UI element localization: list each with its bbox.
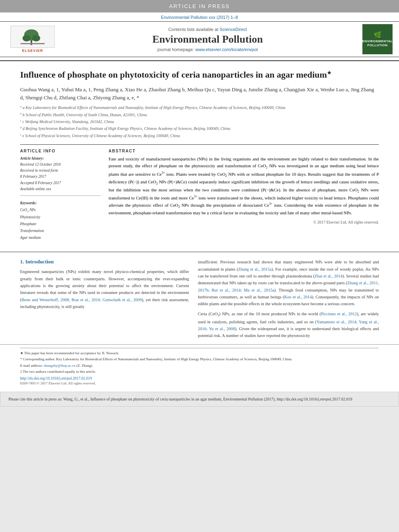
issn-line: 0269-7491/© 2017 Elsevier Ltd. All right… bbox=[20, 381, 379, 385]
affil-c: c c Weifang Medical University, Shandong… bbox=[20, 119, 379, 125]
journal-citation: Environmental Pollution xxx (2017) 1–8 bbox=[161, 15, 238, 20]
ref-piccinno2012[interactable]: Piccinno et al., 2012 bbox=[321, 312, 357, 316]
ref-benn[interactable]: Benn and Westerhoff, 2008; Brar et al., … bbox=[22, 298, 142, 302]
ref-yamamoto2014[interactable]: Yamamoto et al., 2014; Yang et al., 2016… bbox=[198, 320, 379, 331]
body-right-col: insufficient. Previous research had show… bbox=[198, 259, 379, 342]
elsevier-brand-text: ELSEVIER bbox=[22, 49, 43, 53]
ep-logo-area: 🌿 ENVIRONMENTAL POLLUTION bbox=[356, 24, 393, 54]
sciencedirect-label: Contents lists available at bbox=[168, 27, 218, 32]
banner-text: ARTICLE IN PRESS bbox=[169, 3, 230, 9]
info-abstract-columns: ARTICLE INFO Article history: Received 1… bbox=[20, 144, 379, 241]
ep-logo-title: ENVIRONMENTAL POLLUTION bbox=[362, 39, 393, 47]
ep-logo: 🌿 ENVIRONMENTAL POLLUTION bbox=[362, 24, 393, 54]
affil-b: b b School of Public Health, University … bbox=[20, 112, 379, 118]
section-divider bbox=[0, 252, 399, 252]
abstract-text: Fate and toxicity of manufactured nanopa… bbox=[109, 156, 379, 217]
doi-link[interactable]: http://dx.doi.org/10.1016/j.envpol.2017.… bbox=[20, 376, 92, 380]
accepted-date: Accepted 8 February 2017 bbox=[20, 180, 101, 186]
keyword-ceO2: CeO2 NPs bbox=[20, 207, 101, 214]
intro-section-title: 1. Introduction bbox=[20, 259, 189, 265]
authors-line: Guohua Wang a, 1, Yuhui Ma a, 1, Peng Zh… bbox=[20, 86, 379, 103]
article-history: Article history: Received 12 October 201… bbox=[20, 156, 101, 196]
intro-right-para2: Ceria (CeO2) NPs, as one of the 10 most … bbox=[198, 310, 379, 339]
revised-date: 8 February 2017 bbox=[20, 174, 101, 180]
keyword-phytotoxicity: Phytotoxicity bbox=[20, 214, 101, 221]
keywords-section: Keywords: CeO2 NPs Phytotoxicity Phospha… bbox=[20, 200, 101, 241]
keywords-label: Keywords: bbox=[20, 200, 101, 207]
ref-zhang2011[interactable]: Zhang et al., 2011, 2017b; Rui et al., 2… bbox=[198, 281, 379, 292]
keyword-phosphate: Phosphate bbox=[20, 221, 101, 228]
homepage-label: journal homepage: bbox=[157, 47, 194, 52]
affiliations: a a Key Laboratory for Biomedical Effect… bbox=[20, 105, 379, 139]
received-date: Received 12 October 2016 bbox=[20, 162, 101, 168]
svg-rect-4 bbox=[21, 43, 45, 44]
affil-e: e e School of Physical Sciences, Univers… bbox=[20, 133, 379, 139]
ref-koo2014[interactable]: Koo et al., 2014 bbox=[284, 295, 312, 299]
keyword-agar: Agar medium bbox=[20, 234, 101, 241]
svg-point-3 bbox=[32, 35, 40, 41]
homepage-link[interactable]: www.elsevier.com/locate/envpol bbox=[195, 47, 257, 52]
journal-title: Environmental Pollution bbox=[59, 33, 356, 45]
email-footnote: E-mail address: zhangzhy@ihep.ac.cn (Z. … bbox=[20, 363, 379, 369]
email-link[interactable]: zhangzhy@ihep.ac.cn bbox=[43, 364, 75, 368]
intro-right-para1: insufficient. Previous research had show… bbox=[198, 259, 379, 307]
abstract-label: ABSTRACT bbox=[109, 149, 379, 153]
equal-footnote: 1 The two authors contributed equally to… bbox=[20, 369, 379, 375]
body-left-col: 1. Introduction Engineered nanoparticles… bbox=[20, 259, 189, 342]
article-info-col: ARTICLE INFO Article history: Received 1… bbox=[20, 149, 101, 241]
doi-line[interactable]: http://dx.doi.org/10.1016/j.envpol.2017.… bbox=[20, 376, 379, 380]
online-date: Available online xxx bbox=[20, 186, 101, 192]
elsevier-tree-icon bbox=[12, 27, 53, 47]
star-footnote: ★ This paper has been recommended for ac… bbox=[20, 351, 379, 356]
affil-a: a a Key Laboratory for Biomedical Effect… bbox=[20, 105, 379, 111]
corresponding-footnote: * Corresponding author. Key Laboratory f… bbox=[20, 357, 379, 362]
article-info-label: ARTICLE INFO bbox=[20, 149, 101, 153]
elsevier-logo: ELSEVIER bbox=[6, 26, 59, 53]
ref-zhang2015a[interactable]: Zhang et al., 2015a bbox=[238, 267, 271, 271]
citation-banner-text: Please cite this article in press as: Wa… bbox=[8, 397, 352, 401]
body-columns: 1. Introduction Engineered nanoparticles… bbox=[0, 259, 399, 342]
intro-left-para1: Engineered nanoparticles (NPs) exhibit m… bbox=[20, 268, 189, 310]
article-title: Influence of phosphate on phytotoxicity … bbox=[20, 69, 379, 81]
affil-d: d d Beijing Synchrotron Radiation Facili… bbox=[20, 125, 379, 131]
footnotes-section: ★ This paper has been recommended for ac… bbox=[0, 344, 399, 388]
keyword-transformation: Transformation bbox=[20, 228, 101, 234]
sciencedirect-link[interactable]: ScienceDirect bbox=[220, 27, 247, 32]
svg-point-2 bbox=[23, 35, 31, 41]
journal-title-area: Contents lists available at ScienceDirec… bbox=[59, 27, 356, 52]
article-in-press-banner: ARTICLE IN PRESS bbox=[0, 0, 399, 12]
ref-zhai2014[interactable]: Zhai et al., 2014 bbox=[315, 274, 342, 278]
article-title-area: Influence of phosphate on phytotoxicity … bbox=[0, 61, 399, 245]
citation-banner: Please cite this article in press as: Wa… bbox=[0, 392, 399, 407]
history-label: Article history: bbox=[20, 156, 101, 162]
abstract-col: ABSTRACT Fate and toxicity of manufactur… bbox=[109, 149, 379, 241]
copyright-line: © 2017 Elsevier Ltd. All rights reserved… bbox=[109, 220, 379, 224]
journal-meta-line: Environmental Pollution xxx (2017) 1–8 bbox=[0, 12, 399, 21]
received-revised-label: Received in revised form bbox=[20, 168, 101, 174]
journal-header: ELSEVIER Contents lists available at Sci… bbox=[0, 21, 399, 61]
